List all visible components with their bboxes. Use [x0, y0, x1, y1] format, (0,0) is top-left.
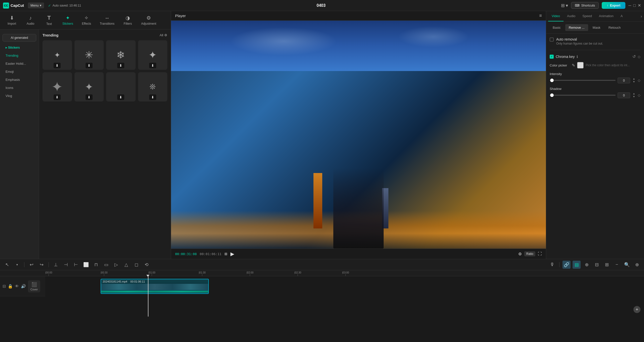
category-vlog[interactable]: Vlog	[2, 92, 37, 100]
export-button[interactable]: ↑ Export	[602, 2, 625, 9]
sticker-download-button[interactable]: ⬇	[149, 94, 156, 100]
intensity-decrement-button[interactable]: ▼	[632, 80, 636, 83]
toolbar-stickers[interactable]: ✦ Stickers	[59, 13, 77, 27]
toolbar-adjustment[interactable]: ⚙ Adjustment	[138, 13, 160, 27]
player-menu-button[interactable]: ≡	[539, 13, 542, 18]
fullscreen-button[interactable]: ⛶	[538, 252, 542, 256]
audio-track-button[interactable]: ⊕	[583, 261, 591, 269]
toolbar-audio[interactable]: ♪ Audio	[22, 14, 39, 27]
sticker-item[interactable]: ⬇	[106, 72, 136, 102]
subtitle-button[interactable]: ⊞	[603, 261, 611, 269]
grid-view-button[interactable]: ⊞	[224, 252, 227, 256]
diamond-icon[interactable]: ◇	[638, 55, 640, 59]
shortcuts-button[interactable]: ⌨ Shortcuts	[571, 2, 599, 9]
shadow-slider-thumb[interactable]	[550, 93, 554, 97]
shadow-increment-button[interactable]: ▲	[632, 92, 636, 95]
toolbar-text[interactable]: T Text	[40, 13, 58, 27]
split-button[interactable]: ⊥	[52, 261, 60, 269]
toolbar-effects[interactable]: ✧ Effects	[78, 13, 95, 27]
sticker-download-button[interactable]: ⬇	[117, 63, 124, 68]
color-swatch[interactable]	[577, 62, 584, 69]
group-button[interactable]: ▭	[102, 261, 110, 269]
sticker-download-button[interactable]: ⬇	[54, 63, 61, 68]
sticker-download-button[interactable]: ⬇	[54, 94, 61, 100]
eyedropper-button[interactable]: ✎	[572, 63, 575, 68]
zoom-out-button[interactable]: −	[613, 261, 621, 269]
tab-audio[interactable]: Audio	[564, 11, 579, 21]
track-layout-button[interactable]: ⊟	[3, 284, 6, 289]
tab-video[interactable]: Video	[548, 11, 564, 21]
tab-a[interactable]: A	[617, 11, 626, 21]
sticker-item[interactable]: ✳ ⬇	[74, 40, 104, 70]
caption-button[interactable]: ⊟	[593, 261, 601, 269]
play-button[interactable]: ▶	[230, 251, 234, 257]
undo-button[interactable]: ↩	[27, 261, 35, 269]
info-icon[interactable]: ℹ	[577, 55, 578, 59]
track-visibility-button[interactable]: 👁	[15, 284, 19, 289]
trim-right-button[interactable]: ⊢	[72, 261, 80, 269]
delete-button[interactable]: ⬜	[82, 261, 90, 269]
subtab-retouch[interactable]: Retouch	[605, 24, 624, 31]
subtab-remove[interactable]: Remove ...	[565, 24, 588, 31]
video-clip[interactable]: 202403181145.mp4 00:01:06:11	[101, 279, 209, 294]
reset-icon[interactable]: ↺	[632, 54, 636, 59]
clip-button[interactable]: ⊓	[92, 261, 100, 269]
playhead[interactable]	[148, 276, 148, 317]
category-icons[interactable]: Icons	[2, 84, 37, 92]
sticker-item[interactable]: ✦ ⬇	[74, 72, 104, 102]
intensity-slider-track[interactable]	[550, 80, 616, 81]
sticker-download-button[interactable]: ⬇	[149, 63, 156, 68]
category-easter[interactable]: Easter Holid...	[2, 60, 37, 67]
clip-link-button[interactable]: 🔗	[562, 261, 571, 269]
intensity-diamond-icon[interactable]: ◇	[638, 78, 640, 82]
sticker-item[interactable]: ✦ ⬇	[43, 40, 72, 70]
sticker-item[interactable]: ✦ ⬇	[43, 72, 72, 102]
intensity-value-input[interactable]	[618, 78, 630, 83]
intensity-slider-thumb[interactable]	[550, 79, 554, 82]
play-clip-button[interactable]: ▷	[112, 261, 120, 269]
sticker-item[interactable]: ❊ ⬇	[138, 72, 168, 102]
layout-button[interactable]: ⊞ ▾	[561, 3, 568, 8]
transform-button[interactable]: ⟲	[142, 261, 150, 269]
cover-button[interactable]: ⬛ Cover	[28, 280, 40, 292]
add-track-button[interactable]: +	[633, 306, 640, 313]
freeze-button[interactable]: △	[122, 261, 130, 269]
shadow-diamond-icon[interactable]: ◇	[638, 93, 640, 97]
settings-button[interactable]: ⚙	[518, 252, 522, 256]
zoom-button[interactable]: 🔍	[623, 261, 631, 269]
shadow-slider-track[interactable]	[550, 95, 616, 96]
shadow-decrement-button[interactable]: ▼	[632, 95, 636, 98]
sticker-download-button[interactable]: ⬇	[117, 94, 124, 100]
subtab-basic[interactable]: Basic	[549, 24, 564, 31]
sticker-download-button[interactable]: ⬇	[86, 63, 93, 68]
subtab-mask[interactable]: Mask	[589, 24, 604, 31]
all-filter-button[interactable]: All ⚙	[160, 33, 167, 37]
chroma-key-checkbox[interactable]: ✓	[550, 55, 554, 59]
add-track-button[interactable]: ⊕	[633, 261, 641, 269]
ai-generated-button[interactable]: AI generated	[3, 34, 36, 42]
toolbar-transitions[interactable]: ↔ Transitions	[96, 14, 118, 27]
maximize-button[interactable]: □	[633, 3, 636, 8]
trim-left-button[interactable]: ⊣	[62, 261, 70, 269]
right-tab-more-button[interactable]: ›	[641, 14, 642, 19]
video-track-button[interactable]: ▤	[573, 261, 581, 269]
sticker-item[interactable]: ❄ ⬇	[106, 40, 136, 70]
tab-animation[interactable]: Animation	[595, 11, 617, 21]
tab-speed[interactable]: Speed	[579, 11, 595, 21]
sticker-download-button[interactable]: ⬇	[86, 94, 93, 100]
select-chevron-button[interactable]: ▾	[13, 261, 21, 269]
minimize-button[interactable]: ─	[628, 3, 631, 8]
auto-removal-checkbox[interactable]	[550, 38, 554, 42]
select-tool-button[interactable]: ↖	[3, 261, 11, 269]
category-trending[interactable]: Trending	[2, 52, 37, 59]
category-emoji[interactable]: Emoji	[2, 68, 37, 76]
menu-button[interactable]: Menu ▾	[28, 3, 44, 8]
redo-button[interactable]: ↪	[37, 261, 46, 269]
ratio-button[interactable]: Ratio	[524, 251, 535, 256]
toolbar-import[interactable]: ⬇ Import	[3, 13, 21, 27]
track-lock-button[interactable]: 🔒	[8, 284, 13, 289]
toolbar-filters[interactable]: ◑ Filters	[119, 13, 137, 27]
mic-button[interactable]: 🎙	[548, 261, 556, 269]
shadow-value-input[interactable]	[618, 92, 630, 98]
track-audio-button[interactable]: 🔊	[21, 284, 26, 289]
